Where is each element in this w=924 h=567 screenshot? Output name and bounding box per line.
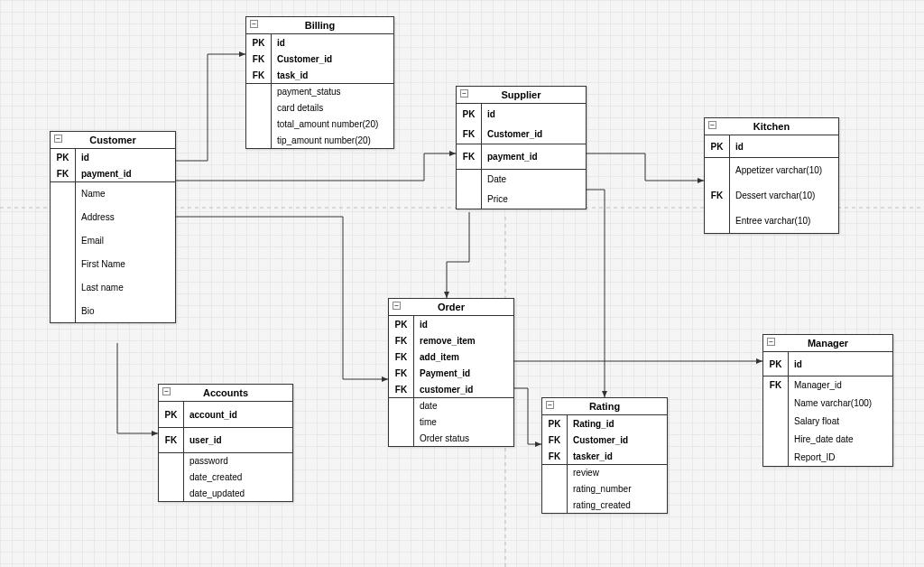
entity-row: FKManager_id [763, 376, 892, 394]
entity-row: rating_created [542, 497, 667, 513]
entity-row: Address [51, 205, 175, 228]
title-text: Order [438, 302, 465, 312]
attr-cell: tasker_id [568, 448, 667, 464]
entity-row: Salary float [763, 412, 892, 430]
key-cell [159, 485, 184, 501]
attr-cell: Dessert varchar(10) [730, 182, 838, 208]
key-cell: PK [705, 135, 730, 157]
entity-row: total_amount number(20) [246, 116, 393, 132]
entity-row: card details [246, 99, 393, 116]
key-cell: FK [705, 182, 730, 208]
entity-row: Order status [389, 430, 513, 446]
collapse-icon[interactable]: − [54, 135, 62, 143]
key-cell [542, 465, 568, 480]
attr-cell: payment_id [482, 144, 586, 169]
entity-kitchen: − Kitchen PKidAppetizer varchar(10)FKDes… [704, 117, 839, 234]
attr-cell: date [414, 398, 513, 414]
entity-accounts: − Accounts PKaccount_idFKuser_idpassword… [158, 384, 293, 502]
key-cell [51, 182, 76, 205]
attr-cell: id [76, 149, 175, 165]
key-cell [457, 189, 482, 209]
attr-cell: Payment_id [414, 365, 513, 381]
entity-row: PKid [246, 34, 393, 51]
attr-cell: add_item [414, 349, 513, 365]
key-cell [457, 170, 482, 189]
entity-row: Email [51, 228, 175, 252]
key-cell [51, 252, 76, 275]
collapse-icon[interactable]: − [250, 20, 258, 28]
attr-cell: Email [76, 228, 175, 252]
entity-row: FKuser_id [159, 427, 292, 452]
attr-cell: Date [482, 170, 586, 189]
collapse-icon[interactable]: − [708, 121, 716, 129]
attr-cell: date_created [184, 469, 292, 485]
key-cell: PK [763, 352, 789, 376]
entity-row: password [159, 452, 292, 469]
attr-cell: review [568, 465, 667, 480]
attr-cell: Name [76, 182, 175, 205]
key-cell [542, 480, 568, 497]
collapse-icon[interactable]: − [162, 387, 171, 395]
attr-cell: tip_amount number(20) [272, 132, 393, 148]
entity-title: − Kitchen [705, 118, 838, 135]
entity-row: FKcustomer_id [389, 381, 513, 397]
key-cell: FK [389, 332, 414, 349]
attr-cell: card details [272, 99, 393, 116]
attr-cell: payment_status [272, 84, 393, 99]
collapse-icon[interactable]: − [460, 89, 468, 98]
title-text: Supplier [501, 89, 541, 100]
key-cell [389, 398, 414, 414]
entity-supplier: − Supplier PKidFKCustomer_idFKpayment_id… [456, 86, 587, 209]
entity-row: tip_amount number(20) [246, 132, 393, 148]
key-cell [246, 84, 272, 99]
key-cell: FK [51, 165, 76, 181]
key-cell [51, 275, 76, 299]
key-cell: FK [246, 51, 272, 67]
entity-row: FKCustomer_id [542, 432, 667, 448]
attr-cell: Customer_id [272, 51, 393, 67]
collapse-icon[interactable]: − [546, 401, 554, 409]
key-cell [763, 412, 789, 430]
key-cell: FK [763, 376, 789, 394]
entity-manager: − Manager PKidFKManager_idName varchar(1… [762, 334, 893, 467]
attr-cell: Name varchar(100) [789, 394, 892, 412]
entity-row: FKpayment_id [457, 144, 586, 169]
attr-cell: id [730, 135, 838, 157]
key-cell: FK [457, 124, 482, 144]
entity-order: − Order PKidFKremove_itemFKadd_itemFKPay… [388, 298, 514, 447]
attr-cell: Last name [76, 275, 175, 299]
key-cell [389, 430, 414, 446]
entity-row: time [389, 414, 513, 430]
entity-row: PKid [51, 149, 175, 165]
entity-row: Hire_date date [763, 430, 892, 448]
entity-row: PKid [389, 316, 513, 332]
entity-title: − Customer [51, 132, 175, 149]
attr-cell: Customer_id [568, 432, 667, 448]
entity-row: date_updated [159, 485, 292, 501]
entity-row: FKtask_id [246, 67, 393, 83]
attr-cell: total_amount number(20) [272, 116, 393, 132]
attr-cell: Manager_id [789, 376, 892, 394]
attr-cell: rating_created [568, 497, 667, 513]
entity-row: Price [457, 189, 586, 209]
entity-customer: − Customer PKidFKpayment_idNameAddressEm… [50, 131, 176, 323]
attr-cell: Customer_id [482, 124, 586, 144]
entity-row: PKid [457, 104, 586, 124]
entity-row: date_created [159, 469, 292, 485]
entity-billing: − Billing PKidFKCustomer_idFKtask_idpaym… [245, 16, 394, 149]
entity-row: FKremove_item [389, 332, 513, 349]
entity-row: FKDessert varchar(10) [705, 182, 838, 208]
attr-cell: Address [76, 205, 175, 228]
attr-cell: Hire_date date [789, 430, 892, 448]
attr-cell: id [272, 34, 393, 51]
collapse-icon[interactable]: − [393, 302, 401, 310]
collapse-icon[interactable]: − [767, 338, 775, 346]
title-text: Kitchen [753, 121, 790, 132]
key-cell [542, 497, 568, 513]
title-text: Accounts [203, 387, 248, 398]
key-cell: PK [542, 415, 568, 432]
entity-title: − Manager [763, 335, 892, 352]
key-cell [705, 208, 730, 233]
attr-cell: payment_id [76, 165, 175, 181]
entity-row: FKadd_item [389, 349, 513, 365]
